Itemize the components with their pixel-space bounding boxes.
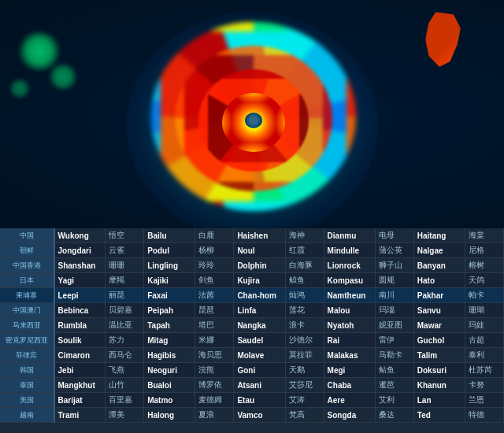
typhoon-name-zh-3: 电母 (375, 228, 413, 243)
typhoon-name-en-1: Tapah (144, 318, 195, 333)
country-cell: 朝鲜 (0, 243, 54, 258)
country-cell: 中国澳门 (0, 303, 54, 318)
typhoon-name-zh-4: 珊瑚 (465, 303, 504, 318)
country-cell: 泰国 (0, 378, 54, 393)
typhoon-name-zh-0: 悟空 (106, 228, 144, 243)
typhoon-name-en-2: Saudel (234, 333, 285, 348)
typhoon-name-en-3: Nyatoh (324, 318, 375, 333)
table-row: 日本Yagi摩羯Kajiki剑鱼Kujira鲸鱼Kompasu圆规Hato天鸽 (0, 273, 504, 288)
typhoon-name-zh-0: 潭美 (106, 408, 144, 423)
country-cell: 韩国 (0, 363, 54, 378)
table-row: 中国Wukong悟空Bailu白鹿Haishen海神Dianmu电母Haitan… (0, 228, 504, 243)
typhoon-name-en-3: Megi (324, 363, 375, 378)
country-cell: 柬埔寨 (0, 288, 54, 303)
typhoon-name-en-4: Talim (413, 348, 465, 363)
typhoon-name-en-2: Chan-hom (234, 288, 285, 303)
typhoon-name-zh-4: 海棠 (465, 228, 504, 243)
typhoon-name-zh-2: 红霞 (285, 243, 324, 258)
typhoon-name-en-4: Haitang (413, 228, 465, 243)
typhoon-name-zh-4: 卡努 (465, 378, 504, 393)
table-row: 越南Trami潭美Halong夏浪Vamco梵高Songda桑达Ted特德 (0, 408, 504, 423)
country-cell: 菲律宾 (0, 348, 54, 363)
typhoon-name-en-1: Neoguri (144, 363, 195, 378)
typhoon-name-zh-2: 沙德尔 (285, 333, 324, 348)
typhoon-name-zh-1: 剑鱼 (195, 273, 234, 288)
typhoon-name-en-4: Pakhar (413, 288, 465, 303)
typhoon-name-zh-0: 云雀 (106, 243, 144, 258)
typhoon-name-zh-2: 天鹅 (285, 363, 324, 378)
table-row: 朝鲜Jongdari云雀Podul杨柳Noul红霞Mindulle蒲公英Nalg… (0, 243, 504, 258)
typhoon-name-zh-3: 圆规 (375, 273, 413, 288)
typhoon-name-zh-3: 艾利 (375, 393, 413, 408)
typhoon-name-zh-0: 珊珊 (106, 258, 144, 273)
typhoon-name-en-4: Ted (413, 408, 465, 423)
typhoon-name-en-0: Shanshan (54, 258, 106, 273)
typhoon-name-zh-0: 苏力 (106, 333, 144, 348)
typhoon-name-en-0: Soulik (54, 333, 106, 348)
typhoon-name-zh-1: 法茜 (195, 288, 234, 303)
typhoon-name-zh-4: 古超 (465, 333, 504, 348)
typhoon-name-en-3: Dianmu (324, 228, 375, 243)
typhoon-name-en-4: Lan (413, 393, 465, 408)
typhoon-name-en-2: Goni (234, 363, 285, 378)
typhoon-name-zh-2: 浪卡 (285, 318, 324, 333)
typhoon-name-zh-2: 鲸鱼 (285, 273, 324, 288)
typhoon-name-en-3: Malakas (324, 348, 375, 363)
typhoon-name-en-4: Banyan (413, 258, 465, 273)
typhoon-name-zh-3: 雷伊 (375, 333, 413, 348)
country-cell: 越南 (0, 408, 54, 423)
typhoon-name-zh-2: 灿鸿 (285, 288, 324, 303)
hurricane-visual (0, 0, 504, 228)
typhoon-name-en-2: Vamco (234, 408, 285, 423)
country-cell: 马来西亚 (0, 318, 54, 333)
typhoon-name-en-2: Linfa (234, 303, 285, 318)
table-row: 中国香港Shanshan珊珊Lingling玲玲Dolphin白海豚Lionro… (0, 258, 504, 273)
typhoon-name-zh-1: 白鹿 (195, 228, 234, 243)
typhoon-name-zh-2: 艾莎尼 (285, 378, 324, 393)
typhoon-name-zh-0: 摩羯 (106, 273, 144, 288)
table-row: 美国Barijat百里嘉Matmo麦德姆Etau艾涛Aere艾利Lan兰恩 (0, 393, 504, 408)
typhoon-name-en-0: Trami (54, 408, 106, 423)
green-patch-3 (8, 79, 32, 98)
typhoon-name-en-0: Leepi (54, 288, 106, 303)
typhoon-name-en-0: Rumbla (54, 318, 106, 333)
typhoon-name-zh-4: 杜苏芮 (465, 363, 504, 378)
typhoon-name-en-4: Khanun (413, 378, 465, 393)
typhoon-name-en-3: Rai (324, 333, 375, 348)
table-row: 中国澳门Bebinca贝碧嘉Peipah琵琶Linfa莲花Malou玛瑙Sanv… (0, 303, 504, 318)
typhoon-name-en-1: Peipah (144, 303, 195, 318)
typhoon-name-zh-4: 榕树 (465, 258, 504, 273)
typhoon-name-zh-4: 玛娃 (465, 318, 504, 333)
table-container[interactable]: 中国Wukong悟空Bailu白鹿Haishen海神Dianmu电母Haitan… (0, 228, 504, 433)
typhoon-name-zh-3: 鲇鱼 (375, 363, 413, 378)
country-cell: 美国 (0, 393, 54, 408)
typhoon-name-zh-0: 山竹 (106, 378, 144, 393)
typhoon-name-en-3: Aere (324, 393, 375, 408)
typhoon-name-zh-3: 南川 (375, 288, 413, 303)
typhoon-name-zh-2: 艾涛 (285, 393, 324, 408)
table-row: 密克罗尼西亚Soulik苏力Mitag米娜Saudel沙德尔Rai雷伊Gucho… (0, 333, 504, 348)
typhoon-name-zh-1: 杨柳 (195, 243, 234, 258)
typhoon-name-zh-4: 特德 (465, 408, 504, 423)
typhoon-name-zh-4: 尼格 (465, 243, 504, 258)
typhoon-name-zh-1: 浣熊 (195, 363, 234, 378)
typhoon-name-en-3: Songda (324, 408, 375, 423)
typhoon-name-zh-1: 麦德姆 (195, 393, 234, 408)
typhoon-name-en-0: Jongdari (54, 243, 106, 258)
typhoon-name-zh-1: 夏浪 (195, 408, 234, 423)
hurricane-eye (245, 113, 262, 128)
typhoon-name-en-0: Mangkhut (54, 378, 106, 393)
table-row: 马来西亚Rumbla温比亚Tapah塔巴Nangka浪卡Nyatoh妮亚图Maw… (0, 318, 504, 333)
typhoon-name-en-4: Doksuri (413, 363, 465, 378)
typhoon-name-zh-4: 泰利 (465, 348, 504, 363)
typhoon-name-zh-0: 西马仑 (106, 348, 144, 363)
typhoon-name-zh-0: 贝碧嘉 (106, 303, 144, 318)
country-cell: 密克罗尼西亚 (0, 333, 54, 348)
typhoon-name-en-0: Yagi (54, 273, 106, 288)
typhoon-name-zh-0: 温比亚 (106, 318, 144, 333)
typhoon-name-zh-3: 狮子山 (375, 258, 413, 273)
green-patch-2 (47, 63, 79, 91)
typhoon-name-en-3: Kompasu (324, 273, 375, 288)
typhoon-name-en-1: Lingling (144, 258, 195, 273)
typhoon-name-zh-0: 百里嘉 (106, 393, 144, 408)
